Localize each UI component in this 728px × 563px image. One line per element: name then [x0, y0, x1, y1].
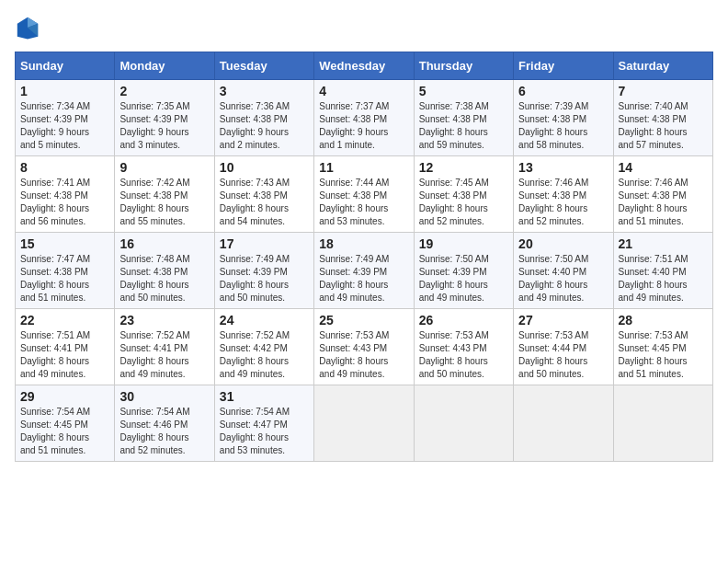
day-number: 21 [619, 236, 708, 251]
day-info: Sunrise: 7:46 AMSunset: 4:38 PMDaylight:… [518, 177, 608, 228]
day-number: 9 [119, 160, 209, 175]
logo [15, 15, 44, 40]
calendar-cell: 24Sunrise: 7:52 AMSunset: 4:42 PMDayligh… [214, 309, 313, 385]
calendar-cell [314, 385, 414, 462]
header-day-wednesday: Wednesday [314, 52, 414, 80]
day-number: 7 [619, 84, 708, 98]
day-info: Sunrise: 7:48 AMSunset: 4:38 PMDaylight:… [119, 253, 209, 304]
calendar-cell: 21Sunrise: 7:51 AMSunset: 4:40 PMDayligh… [613, 233, 712, 309]
calendar-cell: 27Sunrise: 7:53 AMSunset: 4:44 PMDayligh… [514, 309, 613, 385]
day-number: 22 [20, 313, 109, 327]
calendar-cell: 30Sunrise: 7:54 AMSunset: 4:46 PMDayligh… [115, 385, 214, 462]
calendar-header: SundayMondayTuesdayWednesdayThursdayFrid… [16, 52, 713, 80]
week-row-5: 29Sunrise: 7:54 AMSunset: 4:45 PMDayligh… [16, 385, 713, 462]
calendar-cell: 14Sunrise: 7:46 AMSunset: 4:38 PMDayligh… [613, 156, 712, 233]
calendar-cell: 13Sunrise: 7:46 AMSunset: 4:38 PMDayligh… [514, 156, 613, 233]
header-row: SundayMondayTuesdayWednesdayThursdayFrid… [16, 52, 713, 80]
day-info: Sunrise: 7:50 AMSunset: 4:40 PMDaylight:… [518, 253, 608, 304]
calendar-cell [613, 385, 712, 462]
calendar-cell: 29Sunrise: 7:54 AMSunset: 4:45 PMDayligh… [16, 385, 115, 462]
day-number: 30 [119, 389, 209, 404]
day-info: Sunrise: 7:41 AMSunset: 4:38 PMDaylight:… [20, 177, 109, 228]
day-info: Sunrise: 7:36 AMSunset: 4:38 PMDaylight:… [220, 100, 309, 152]
day-info: Sunrise: 7:49 AMSunset: 4:39 PMDaylight:… [220, 253, 309, 304]
day-info: Sunrise: 7:46 AMSunset: 4:38 PMDaylight:… [619, 177, 708, 228]
day-info: Sunrise: 7:47 AMSunset: 4:38 PMDaylight:… [20, 253, 109, 304]
day-info: Sunrise: 7:37 AMSunset: 4:38 PMDaylight:… [319, 100, 408, 152]
calendar-cell: 3Sunrise: 7:36 AMSunset: 4:38 PMDaylight… [214, 80, 313, 156]
day-number: 14 [619, 160, 708, 175]
header-day-thursday: Thursday [414, 52, 513, 80]
calendar-cell: 17Sunrise: 7:49 AMSunset: 4:39 PMDayligh… [214, 233, 313, 309]
calendar-table: SundayMondayTuesdayWednesdayThursdayFrid… [15, 52, 713, 462]
day-info: Sunrise: 7:45 AMSunset: 4:38 PMDaylight:… [419, 177, 508, 228]
day-info: Sunrise: 7:51 AMSunset: 4:41 PMDaylight:… [20, 329, 109, 381]
calendar-cell: 22Sunrise: 7:51 AMSunset: 4:41 PMDayligh… [16, 309, 115, 385]
calendar-cell: 4Sunrise: 7:37 AMSunset: 4:38 PMDaylight… [314, 80, 414, 156]
day-number: 2 [119, 84, 209, 98]
day-info: Sunrise: 7:51 AMSunset: 4:40 PMDaylight:… [619, 253, 708, 304]
calendar-cell: 5Sunrise: 7:38 AMSunset: 4:38 PMDaylight… [414, 80, 513, 156]
day-info: Sunrise: 7:52 AMSunset: 4:42 PMDaylight:… [220, 329, 309, 381]
logo-icon [15, 15, 40, 40]
day-number: 20 [518, 236, 608, 251]
calendar-cell: 25Sunrise: 7:53 AMSunset: 4:43 PMDayligh… [314, 309, 414, 385]
calendar-cell: 15Sunrise: 7:47 AMSunset: 4:38 PMDayligh… [16, 233, 115, 309]
day-info: Sunrise: 7:53 AMSunset: 4:43 PMDaylight:… [419, 329, 508, 381]
day-info: Sunrise: 7:39 AMSunset: 4:38 PMDaylight:… [518, 100, 608, 152]
day-info: Sunrise: 7:54 AMSunset: 4:45 PMDaylight:… [20, 406, 109, 457]
calendar-cell: 16Sunrise: 7:48 AMSunset: 4:38 PMDayligh… [115, 233, 214, 309]
calendar-cell [414, 385, 513, 462]
day-info: Sunrise: 7:53 AMSunset: 4:43 PMDaylight:… [319, 329, 408, 381]
day-info: Sunrise: 7:54 AMSunset: 4:46 PMDaylight:… [119, 406, 209, 457]
day-number: 29 [20, 389, 109, 404]
calendar-cell [514, 385, 613, 462]
header-day-monday: Monday [115, 52, 214, 80]
calendar-cell: 10Sunrise: 7:43 AMSunset: 4:38 PMDayligh… [214, 156, 313, 233]
header-day-saturday: Saturday [613, 52, 712, 80]
calendar-cell: 9Sunrise: 7:42 AMSunset: 4:38 PMDaylight… [115, 156, 214, 233]
day-info: Sunrise: 7:43 AMSunset: 4:38 PMDaylight:… [220, 177, 309, 228]
day-number: 6 [518, 84, 608, 98]
calendar-cell: 1Sunrise: 7:34 AMSunset: 4:39 PMDaylight… [16, 80, 115, 156]
day-info: Sunrise: 7:38 AMSunset: 4:38 PMDaylight:… [419, 100, 508, 152]
day-info: Sunrise: 7:34 AMSunset: 4:39 PMDaylight:… [20, 100, 109, 152]
day-info: Sunrise: 7:53 AMSunset: 4:45 PMDaylight:… [619, 329, 708, 381]
day-info: Sunrise: 7:35 AMSunset: 4:39 PMDaylight:… [119, 100, 209, 152]
day-number: 18 [319, 236, 408, 251]
week-row-3: 15Sunrise: 7:47 AMSunset: 4:38 PMDayligh… [16, 233, 713, 309]
calendar-cell: 19Sunrise: 7:50 AMSunset: 4:39 PMDayligh… [414, 233, 513, 309]
day-info: Sunrise: 7:50 AMSunset: 4:39 PMDaylight:… [419, 253, 508, 304]
calendar-body: 1Sunrise: 7:34 AMSunset: 4:39 PMDaylight… [16, 80, 713, 462]
day-number: 3 [220, 84, 309, 98]
calendar-cell: 7Sunrise: 7:40 AMSunset: 4:38 PMDaylight… [613, 80, 712, 156]
week-row-2: 8Sunrise: 7:41 AMSunset: 4:38 PMDaylight… [16, 156, 713, 233]
calendar-cell: 26Sunrise: 7:53 AMSunset: 4:43 PMDayligh… [414, 309, 513, 385]
calendar-cell: 18Sunrise: 7:49 AMSunset: 4:39 PMDayligh… [314, 233, 414, 309]
day-info: Sunrise: 7:49 AMSunset: 4:39 PMDaylight:… [319, 253, 408, 304]
day-number: 19 [419, 236, 508, 251]
day-info: Sunrise: 7:44 AMSunset: 4:38 PMDaylight:… [319, 177, 408, 228]
day-number: 13 [518, 160, 608, 175]
day-number: 1 [20, 84, 109, 98]
header-day-sunday: Sunday [16, 52, 115, 80]
calendar-cell: 20Sunrise: 7:50 AMSunset: 4:40 PMDayligh… [514, 233, 613, 309]
day-number: 23 [119, 313, 209, 327]
day-info: Sunrise: 7:54 AMSunset: 4:47 PMDaylight:… [220, 406, 309, 457]
day-number: 11 [319, 160, 408, 175]
day-number: 5 [419, 84, 508, 98]
calendar-cell: 11Sunrise: 7:44 AMSunset: 4:38 PMDayligh… [314, 156, 414, 233]
day-number: 4 [319, 84, 408, 98]
day-number: 28 [619, 313, 708, 327]
calendar-cell: 2Sunrise: 7:35 AMSunset: 4:39 PMDaylight… [115, 80, 214, 156]
day-number: 16 [119, 236, 209, 251]
day-info: Sunrise: 7:53 AMSunset: 4:44 PMDaylight:… [518, 329, 608, 381]
day-number: 15 [20, 236, 109, 251]
day-number: 26 [419, 313, 508, 327]
day-number: 25 [319, 313, 408, 327]
day-info: Sunrise: 7:40 AMSunset: 4:38 PMDaylight:… [619, 100, 708, 152]
calendar-cell: 23Sunrise: 7:52 AMSunset: 4:41 PMDayligh… [115, 309, 214, 385]
header-day-tuesday: Tuesday [214, 52, 313, 80]
day-info: Sunrise: 7:42 AMSunset: 4:38 PMDaylight:… [119, 177, 209, 228]
week-row-4: 22Sunrise: 7:51 AMSunset: 4:41 PMDayligh… [16, 309, 713, 385]
